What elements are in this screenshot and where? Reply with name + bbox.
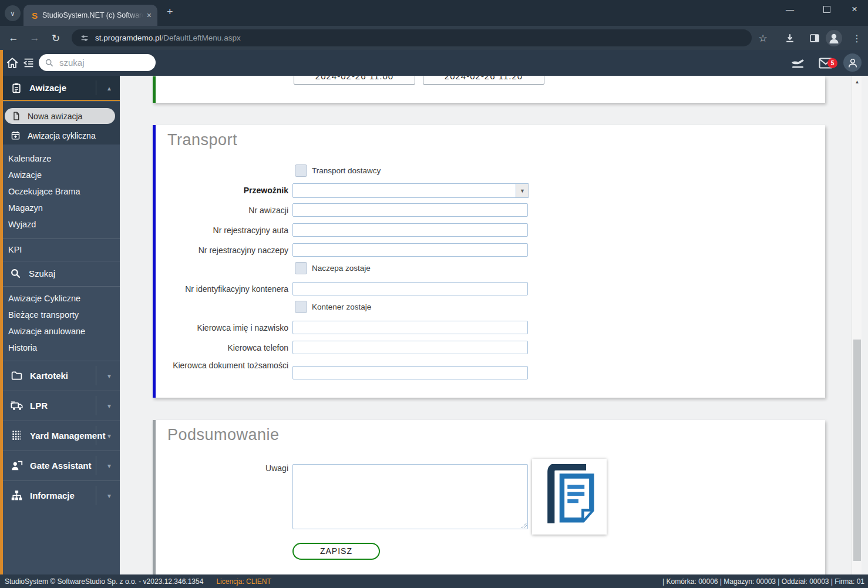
url-host: st.programdemo.pl [95,33,162,42]
license-text: Licencja: CLIENT [216,577,271,586]
nr-kontenera-input[interactable] [292,282,528,295]
przewoznik-label: Przewoźnik [156,183,288,197]
sidebar-item-awizacje[interactable]: Awizacje [0,167,120,183]
sidebar-group-kartoteki[interactable]: Kartoteki ▼ [0,361,120,390]
search-icon [45,58,54,68]
checkbox-label: Kontener zostaje [312,303,371,311]
collapse-menu-button[interactable] [22,56,35,69]
nr-rejestracyjny-auta-input[interactable] [292,223,528,237]
reload-button[interactable]: ↻ [48,31,63,46]
sidebar-group-yard-management[interactable]: Yard Management ▼ [0,421,120,450]
collapse-up-icon[interactable]: ▲ [106,85,112,91]
checkbox-label: Naczepa zostaje [312,264,371,273]
window-close-button[interactable]: × [843,0,866,19]
url-path: /DefaultLeftMenu.aspx [162,33,241,42]
sidebar-item-szukaj[interactable]: Szukaj [0,264,120,283]
address-bar[interactable]: st.programdemo.pl/DefaultLeftMenu.aspx [72,29,752,46]
sidebar-item-oczekujace-brama[interactable]: Oczekujące Brama [0,184,120,199]
nr-awizacji-label: Nr awizacji [156,203,288,217]
browser-tab[interactable]: S StudioSystem.NET (c) SoftwareS × [23,5,157,26]
chevron-down-icon[interactable]: ▼ [106,372,112,379]
przewoznik-dropdown[interactable]: ▼ [292,183,529,198]
scroll-up-icon[interactable]: ▲ [852,79,862,85]
sidebar-item-historia[interactable]: Historia [0,340,120,355]
time-to-button[interactable]: 2024-02-26 11:20 [423,76,544,85]
forward-button[interactable]: → [27,31,42,46]
search-input[interactable] [59,58,136,68]
sidebar-item-awizacja-cykliczna[interactable]: Awizacja cykliczna [0,127,120,143]
back-button[interactable]: ← [6,31,21,46]
kierowca-telefon-label: Kierowca telefon [156,341,288,355]
outdent-menu-icon [22,56,35,69]
plane-landing-icon [790,56,806,70]
nr-awizacji-input[interactable] [292,203,528,217]
kierowca-imie-input[interactable] [292,321,528,334]
save-button[interactable]: ZAPISZ [292,543,380,560]
naczepa-zostaje-checkbox[interactable] [295,262,307,274]
chevron-down-icon[interactable]: ▼ [106,492,112,499]
sidebar-item-label: Awizacja cykliczna [28,131,96,140]
sidebar-group-gate-assistant[interactable]: Gate Assistant ▼ [0,451,120,480]
sidebar-group-informacje[interactable]: Informacje ▼ [0,481,120,510]
chevron-down-icon[interactable]: ▼ [106,402,112,409]
browser-profile-button[interactable] [826,30,842,46]
tab-close-icon[interactable]: × [147,11,152,20]
sidebar-submenu: Nowa awizacja Awizacja cykliczna [0,102,120,145]
kierowca-telefon-input[interactable] [292,341,528,354]
sidebar-item-awizacje-cykliczne[interactable]: Awizacje Cykliczne [0,291,120,306]
kierowca-dokument-input[interactable] [292,366,528,379]
sidebar-item-nowa-awizacja[interactable]: Nowa awizacja [5,108,115,124]
nr-rejestracyjny-naczepy-label: Nr rejestracyjny naczepy [156,243,288,257]
sidebar-item-wyjazd[interactable]: Wyjazd [0,217,120,232]
home-button[interactable] [6,56,19,69]
sidebar-item-biezace-transporty[interactable]: Bieżące transporty [0,307,120,322]
nr-rejestracyjny-naczepy-input[interactable] [292,243,528,257]
scrollbar-thumb[interactable] [853,340,861,561]
tab-search-button[interactable]: ∨ [5,5,21,21]
sidebar-item-awizacje-anulowane[interactable]: Awizacje anulowane [0,324,120,339]
kontener-zostaje-row: Kontener zostaje [295,301,371,313]
file-icon [11,111,21,121]
window-minimize-button[interactable]: — [778,0,802,19]
sidebar: Awizacje ▲ Nowa awizacja [0,76,120,574]
naczepa-zostaje-row: Naczepa zostaje [295,262,371,274]
dropdown-arrow-icon[interactable]: ▼ [516,184,529,197]
sidebar-group-lpr[interactable]: LPR ▼ [0,391,120,420]
clipboard-icon [11,82,22,94]
calendar-plus-icon [11,130,21,140]
sidebar-group-awizacje[interactable]: Awizacje ▲ [0,76,120,101]
sidebar-item-magazyn[interactable]: Magazyn [0,200,120,216]
nr-kontenera-label: Nr identyfikacyjny kontenera [156,282,288,296]
app-header: 5 [0,50,868,76]
site-favicon-icon: S [32,11,38,21]
sidebar-group-label: Yard Management [30,431,105,441]
copyright-text: StudioSystem © SoftwareStudio Sp. z o.o.… [5,577,203,586]
transport-section-card: Transport Transport dostawcy Przewoźnik … [153,125,825,398]
chevron-down-icon[interactable]: ▼ [106,432,112,439]
page-scrollbar[interactable]: ▲ [852,76,862,574]
side-panel-button[interactable] [807,31,822,46]
browser-menu-button[interactable]: ⋮ [849,31,864,46]
divider [0,286,120,287]
kontener-zostaje-checkbox[interactable] [295,301,307,313]
new-tab-button[interactable]: + [167,6,173,18]
browser-toolbar: ← → ↻ st.programdemo.pl/DefaultLeftMenu.… [0,26,868,50]
divider [0,261,120,261]
dropdown-value [293,184,516,197]
sidebar-item-kpi[interactable]: KPI [0,242,120,257]
site-settings-icon[interactable] [80,33,89,43]
departures-button[interactable] [790,56,806,70]
uwagi-textarea[interactable] [292,464,528,529]
time-from-button[interactable]: 2024-02-26 11:00 [294,76,415,85]
downloads-button[interactable] [782,31,798,46]
sidebar-item-kalendarze[interactable]: Kalendarze [0,151,120,166]
chevron-down-icon[interactable]: ▼ [106,462,112,469]
divider [96,486,96,505]
summary-section-card: Podsumowanie Uwagi ZAPISZ [153,420,825,574]
transport-dostawcy-checkbox[interactable] [295,164,307,177]
divider [96,80,96,95]
window-maximize-button[interactable] [815,0,839,19]
bookmark-star-icon[interactable]: ☆ [755,31,771,46]
divider [0,238,120,239]
user-account-button[interactable] [843,53,862,72]
